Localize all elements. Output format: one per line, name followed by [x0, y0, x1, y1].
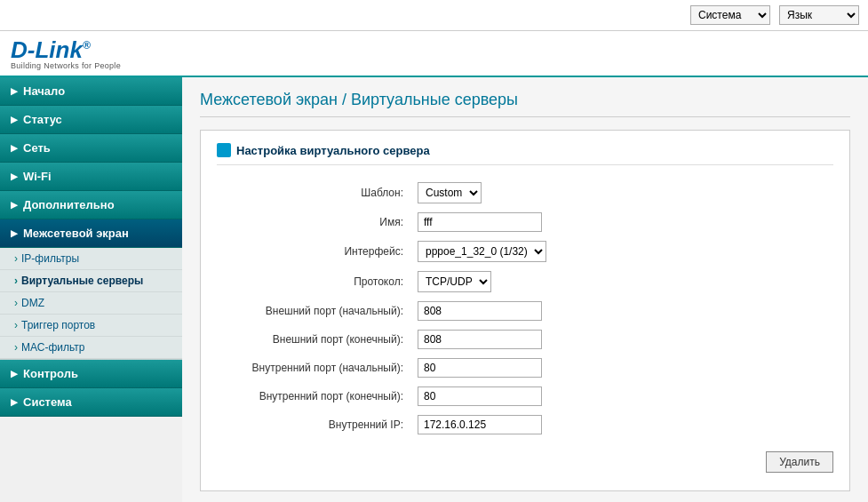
internal-ip-row: Внутренний IP:	[217, 410, 833, 439]
arrow-icon: ▶	[11, 228, 18, 238]
ext-port-end-label: Внешний порт (конечный):	[217, 325, 412, 354]
language-select[interactable]: Язык	[779, 5, 859, 25]
arrow-icon: ▶	[11, 143, 18, 153]
panel-title-text: Настройка виртуального сервера	[236, 144, 430, 157]
int-port-start-input[interactable]	[418, 358, 542, 378]
int-port-start-row: Внутренний порт (начальный):	[217, 354, 833, 382]
internal-ip-label: Внутренний IP:	[217, 410, 412, 439]
ext-port-start-input[interactable]	[418, 301, 542, 321]
top-bar: Система Язык	[0, 0, 868, 31]
arrow-icon: ▶	[11, 115, 18, 124]
sidebar-sub-label-virtual-servers: Виртуальные серверы	[21, 275, 143, 287]
sidebar-sub-item-ip-filters[interactable]: IP-фильтры	[0, 248, 182, 270]
int-port-end-label: Внутренний порт (конечный):	[217, 382, 412, 410]
template-row: Шаблон: Custom	[217, 178, 833, 208]
bottom-bar: Удалить	[217, 451, 833, 473]
interface-select[interactable]: pppoe_1_32_0 (1/32)	[418, 241, 546, 262]
sidebar-item-advanced[interactable]: ▶ Дополнительно	[0, 191, 182, 219]
sidebar-item-system[interactable]: ▶ Система	[0, 388, 182, 417]
sidebar-label-wifi: Wi-Fi	[23, 170, 52, 183]
sidebar-sub-item-dmz[interactable]: DMZ	[0, 292, 182, 315]
internal-ip-input[interactable]	[418, 415, 542, 434]
sidebar-sub-item-port-trigger[interactable]: Триггер портов	[0, 315, 182, 337]
arrow-icon: ▶	[11, 369, 18, 378]
ext-port-end-input[interactable]	[418, 330, 542, 349]
sidebar-label-advanced: Дополнительно	[23, 198, 115, 211]
sidebar-sub-firewall: IP-фильтры Виртуальные серверы DMZ Тригг…	[0, 248, 182, 360]
settings-form: Шаблон: Custom Имя: Интерфейс:	[217, 178, 833, 439]
sidebar-label-system: Система	[23, 395, 72, 409]
sidebar-item-firewall[interactable]: ▶ Межсетевой экран	[0, 219, 182, 248]
arrow-icon: ▶	[11, 86, 18, 96]
sidebar-sub-item-mac-filter[interactable]: МАС-фильтр	[0, 337, 182, 359]
sidebar-sub-item-virtual-servers[interactable]: Виртуальные серверы	[0, 270, 182, 292]
sidebar-item-network[interactable]: ▶ Сеть	[0, 134, 182, 163]
protocol-select[interactable]: TCP/UDP TCP UDP	[418, 271, 491, 292]
template-label: Шаблон:	[217, 178, 412, 208]
logo-bar: D-Link® Building Networks for People	[0, 31, 868, 77]
content-area: Межсетевой экран / Виртуальные серверы Н…	[182, 77, 868, 502]
sidebar-item-home[interactable]: ▶ Начало	[0, 77, 182, 106]
arrow-icon: ▶	[11, 171, 18, 181]
page-title: Межсетевой экран / Виртуальные серверы	[200, 91, 850, 117]
delete-button[interactable]: Удалить	[766, 451, 833, 473]
brand-name: D-Link®	[11, 38, 857, 61]
panel-title: Настройка виртуального сервера	[217, 143, 833, 165]
settings-panel: Настройка виртуального сервера Шаблон: C…	[200, 130, 850, 491]
main-layout: ▶ Начало ▶ Статус ▶ Сеть ▶ Wi-Fi ▶ Допол…	[0, 77, 868, 502]
panel-icon	[217, 143, 231, 157]
sidebar-sub-label-port-trigger: Триггер портов	[21, 319, 95, 331]
brand-tagline: Building Networks for People	[11, 61, 857, 70]
sidebar-label-firewall: Межсетевой экран	[23, 227, 129, 240]
sidebar-sub-label-mac-filter: МАС-фильтр	[21, 341, 84, 354]
sidebar-item-control[interactable]: ▶ Контроль	[0, 360, 182, 388]
interface-row: Интерфейс: pppoe_1_32_0 (1/32)	[217, 236, 833, 267]
arrow-icon: ▶	[11, 200, 18, 210]
dlink-logo: D-Link® Building Networks for People	[11, 38, 857, 70]
name-input[interactable]	[418, 212, 542, 232]
template-select[interactable]: Custom	[418, 182, 482, 203]
interface-label: Интерфейс:	[217, 236, 412, 267]
system-select[interactable]: Система	[690, 5, 770, 25]
ext-port-end-row: Внешний порт (конечный):	[217, 325, 833, 354]
sidebar: ▶ Начало ▶ Статус ▶ Сеть ▶ Wi-Fi ▶ Допол…	[0, 77, 182, 502]
name-row: Имя:	[217, 208, 833, 236]
sidebar-sub-label-dmz: DMZ	[21, 297, 44, 309]
ext-port-start-row: Внешний порт (начальный):	[217, 297, 833, 325]
sidebar-label-control: Контроль	[23, 367, 78, 380]
name-label: Имя:	[217, 208, 412, 236]
protocol-row: Протокол: TCP/UDP TCP UDP	[217, 267, 833, 297]
sidebar-item-status[interactable]: ▶ Статус	[0, 106, 182, 134]
sidebar-label-home: Начало	[23, 84, 65, 98]
int-port-start-label: Внутренний порт (начальный):	[217, 354, 412, 382]
int-port-end-input[interactable]	[418, 386, 542, 406]
sidebar-label-status: Статус	[23, 113, 62, 126]
sidebar-item-wifi[interactable]: ▶ Wi-Fi	[0, 163, 182, 191]
int-port-end-row: Внутренний порт (конечный):	[217, 382, 833, 410]
arrow-icon: ▶	[11, 397, 18, 407]
sidebar-sub-label-ip-filters: IP-фильтры	[21, 252, 79, 265]
protocol-label: Протокол:	[217, 267, 412, 297]
ext-port-start-label: Внешний порт (начальный):	[217, 297, 412, 325]
sidebar-label-network: Сеть	[23, 141, 51, 155]
